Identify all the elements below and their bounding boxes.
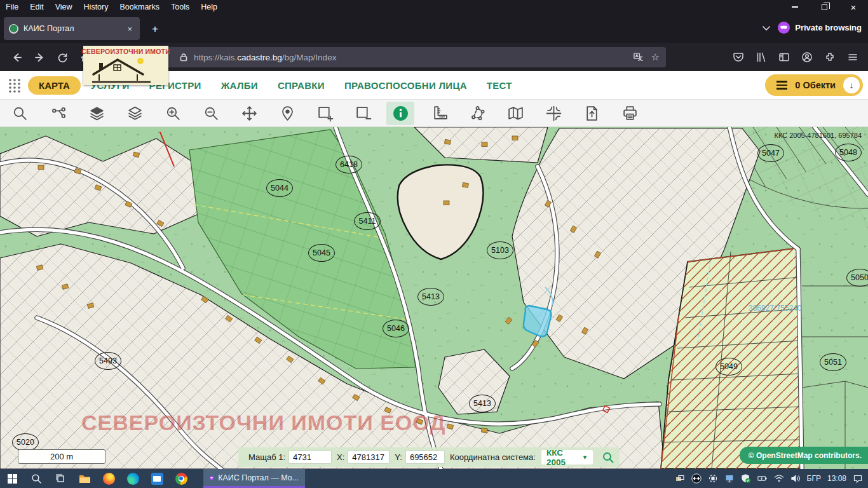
parcel-label: 5050: [846, 269, 868, 287]
tray-battery-icon[interactable]: [757, 473, 768, 484]
parcel-label: 5046: [383, 320, 409, 337]
active-task-kais-portal[interactable]: КАИС Портал — Mo...: [203, 469, 305, 488]
tab-bar: КАИС Портал × + Private browsing: [0, 14, 868, 43]
taskbar-clock[interactable]: 13:08: [827, 474, 846, 483]
firefox-icon[interactable]: [97, 469, 121, 488]
nav-item-zhalbi[interactable]: ЖАЛБИ: [221, 80, 258, 91]
account-icon[interactable]: [796, 47, 817, 67]
private-browsing-label: Private browsing: [795, 23, 862, 32]
tray-teamviewer-icon[interactable]: [691, 473, 702, 484]
print-tool-icon[interactable]: [618, 102, 641, 125]
tray-volume-icon[interactable]: [790, 473, 801, 484]
menu-view[interactable]: View: [50, 0, 78, 14]
tab-kais-portal[interactable]: КАИС Портал ×: [4, 17, 140, 40]
menu-edit[interactable]: Edit: [24, 0, 50, 14]
x-label: X:: [337, 452, 344, 462]
bookmark-star-icon[interactable]: ☆: [651, 51, 660, 63]
action-center-icon[interactable]: [853, 473, 863, 484]
parcel-label: 5048: [835, 144, 862, 161]
coordinates-search-icon[interactable]: [602, 451, 614, 464]
crs-dropdown[interactable]: ККС 2005 ▼: [541, 450, 593, 464]
parcel-label: 6418: [336, 156, 362, 173]
map-toolbar: [0, 100, 868, 127]
scale-input[interactable]: [288, 451, 332, 464]
map-canvas[interactable]: 6418 5044 5411 5045 5103 5413 5046 5493 …: [0, 127, 868, 469]
route-nodes-tool-icon[interactable]: [47, 102, 70, 125]
polygon-select-tool-icon[interactable]: [466, 102, 489, 125]
search-tool-icon[interactable]: [8, 102, 31, 125]
task-view-icon[interactable]: [48, 469, 72, 488]
x-coordinate-input[interactable]: [348, 451, 390, 464]
pan-tool-icon[interactable]: [238, 102, 261, 125]
menu-history[interactable]: History: [78, 0, 114, 14]
url-domain: cadastre.bg: [237, 53, 282, 62]
back-button[interactable]: [6, 47, 27, 67]
measure-tool-icon[interactable]: [428, 102, 451, 125]
taskbar-search-icon[interactable]: [24, 469, 48, 488]
window-close-button[interactable]: ×: [839, 0, 868, 14]
sidebar-icon[interactable]: [773, 47, 794, 67]
chrome-icon[interactable]: [169, 469, 193, 488]
layers-filled-tool-icon[interactable]: [85, 102, 108, 125]
edge-icon[interactable]: [121, 469, 145, 488]
tray-wifi-icon[interactable]: [774, 473, 784, 484]
parcel-label: 5413: [469, 395, 496, 412]
library-icon[interactable]: [750, 47, 771, 67]
menu-bookmarks[interactable]: Bookmarks: [114, 0, 165, 14]
objects-button[interactable]: 0 Обекти ↓: [765, 74, 863, 96]
menu-tools[interactable]: Tools: [165, 0, 195, 14]
pocket-icon[interactable]: [728, 47, 749, 67]
forward-button[interactable]: [29, 47, 50, 67]
tab-favicon: [9, 24, 18, 34]
browser-menu-bar: File Edit View History Bookmarks Tools H…: [0, 0, 868, 14]
tab-list-chevron-icon[interactable]: [761, 23, 771, 36]
y-coordinate-input[interactable]: [405, 451, 445, 464]
location-pin-tool-icon[interactable]: [276, 102, 299, 125]
nav-item-spravki[interactable]: СПРАВКИ: [278, 80, 325, 91]
tray-cards-icon[interactable]: [675, 473, 685, 484]
app-menu-icon[interactable]: [842, 47, 863, 67]
export-tool-icon[interactable]: [580, 102, 603, 125]
url-text[interactable]: https://kais.cadastre.bg/bg/Map/Index: [194, 53, 633, 62]
y-label: Y:: [395, 452, 402, 462]
crs-label: Координатна система:: [450, 452, 536, 462]
osm-attribution[interactable]: © OpenStreetMap contributors.: [740, 447, 868, 464]
zoom-in-tool-icon[interactable]: [161, 102, 184, 125]
layers-outline-tool-icon[interactable]: [123, 102, 146, 125]
reload-button[interactable]: [52, 47, 72, 67]
nav-item-karta[interactable]: КАРТА: [28, 76, 81, 95]
tray-defender-icon[interactable]: [741, 473, 751, 484]
nav-item-pravosposobni-lica[interactable]: ПРАВОСПОСОБНИ ЛИЦА: [344, 80, 467, 91]
file-explorer-icon[interactable]: [72, 469, 97, 488]
crs-value: ККС 2005: [546, 448, 576, 467]
translate-icon[interactable]: [633, 52, 644, 63]
extensions-icon[interactable]: [819, 47, 840, 67]
crs-caret-icon: ▼: [582, 454, 588, 461]
map-status-bar: Мащаб 1: X: Y: Координатна система: ККС …: [238, 447, 620, 467]
select-rect-subtract-tool-icon[interactable]: [351, 102, 374, 125]
window-minimize-button[interactable]: [780, 0, 810, 14]
private-mask-icon: [778, 22, 790, 34]
tray-display-icon[interactable]: [724, 473, 735, 484]
select-rect-add-tool-icon[interactable]: [313, 102, 336, 125]
menu-file[interactable]: File: [0, 0, 24, 14]
mail-app-icon[interactable]: [145, 469, 169, 488]
new-tab-button[interactable]: +: [147, 22, 163, 37]
tab-close-icon[interactable]: ×: [125, 23, 135, 35]
apps-grid-icon[interactable]: [8, 78, 22, 93]
map-sheets-tool-icon[interactable]: [504, 102, 527, 125]
objects-collapse-icon[interactable]: ↓: [843, 77, 860, 93]
address-bar[interactable]: https://kais.cadastre.bg/bg/Map/Index ☆: [95, 47, 666, 67]
tray-cast-icon[interactable]: [708, 473, 718, 484]
nav-item-test[interactable]: ТЕСТ: [487, 80, 512, 91]
parcel-label: 5020: [12, 433, 39, 451]
coordinate-grid-tool-icon[interactable]: [542, 102, 565, 125]
parcel-label: 5411: [354, 212, 381, 230]
window-restore-button[interactable]: [810, 0, 839, 14]
zoom-out-tool-icon[interactable]: [200, 102, 222, 125]
start-button[interactable]: [0, 469, 24, 488]
cursor-coordinates-readout: ККС 2005-4781601, 695784: [731, 132, 862, 139]
keyboard-language-indicator[interactable]: БГР: [807, 474, 821, 483]
info-tool-icon[interactable]: [386, 102, 414, 125]
menu-help[interactable]: Help: [195, 0, 223, 14]
